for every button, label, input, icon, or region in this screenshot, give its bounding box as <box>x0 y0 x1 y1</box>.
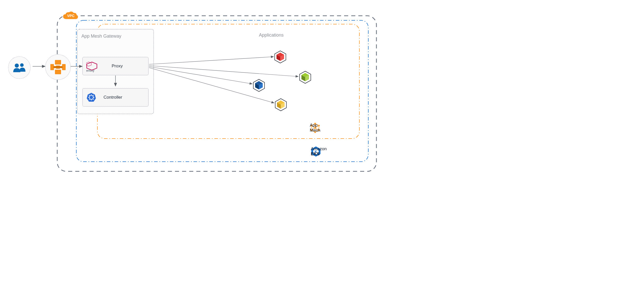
svg-rect-18 <box>53 66 56 68</box>
vpc-label: VPC <box>67 14 75 18</box>
svg-point-11 <box>15 64 19 68</box>
eks-label: Amazon EKS <box>311 146 327 157</box>
envoy-label: envoy <box>86 69 94 72</box>
svg-rect-13 <box>50 64 54 70</box>
applications-title: Applications <box>259 33 284 38</box>
svg-point-12 <box>20 63 24 67</box>
svg-line-9 <box>149 67 252 84</box>
kubernetes-icon <box>86 92 96 102</box>
appmesh-badge: App Mesh <box>310 123 320 133</box>
svg-rect-19 <box>60 66 63 68</box>
vpc-badge: VPC <box>62 11 78 21</box>
svg-rect-17 <box>56 66 60 69</box>
proxy-box: envoy Proxy <box>82 57 149 75</box>
architecture-diagram: VPC App Mesh Gateway envoy Proxy <box>0 0 386 181</box>
boundary-frames <box>0 0 386 181</box>
svg-line-8 <box>149 66 298 77</box>
svg-line-10 <box>149 68 274 103</box>
load-balancer-icon <box>50 60 66 74</box>
appmesh-label: App Mesh <box>310 123 320 133</box>
svg-line-7 <box>149 57 274 64</box>
svg-rect-15 <box>55 60 61 65</box>
controller-box: Controller <box>82 88 149 107</box>
proxy-label: Proxy <box>112 64 123 69</box>
svg-rect-14 <box>62 64 66 70</box>
controller-label: Controller <box>104 95 122 100</box>
users-icon <box>13 63 26 73</box>
gateway-title: App Mesh Gateway <box>81 34 121 39</box>
svg-rect-16 <box>55 70 61 74</box>
users-node <box>8 56 31 79</box>
load-balancer-node <box>45 54 71 80</box>
eks-badge: K Amazon EKS <box>311 146 321 157</box>
